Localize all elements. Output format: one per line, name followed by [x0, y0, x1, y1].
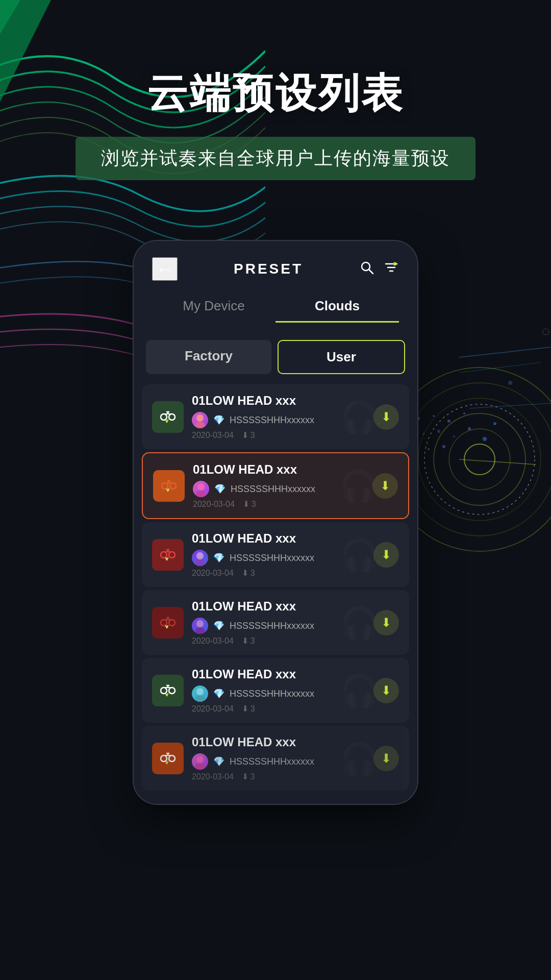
svg-point-14 — [437, 430, 440, 433]
tab-clouds[interactable]: Clouds — [276, 291, 399, 323]
gem-icon: 💎 — [213, 688, 224, 699]
gem-icon: 💎 — [213, 620, 224, 631]
item-username: HSSSSSHHHxxxxxx — [230, 415, 314, 426]
svg-point-86 — [195, 763, 205, 770]
download-arrow-icon: ⬇ — [380, 479, 390, 493]
item-username: HSSSSSHHHxxxxxx — [230, 689, 314, 699]
svg-point-61 — [169, 620, 175, 626]
svg-point-67 — [196, 620, 204, 627]
svg-point-58 — [196, 552, 204, 559]
page-title: 云端预设列表 — [0, 66, 551, 121]
tab-my-device[interactable]: My Device — [152, 291, 276, 323]
preset-item[interactable]: 01LOW HEAD xxx 💎 HSSSSSHHHxxxxxx 2020-03… — [142, 452, 409, 519]
svg-point-10 — [433, 415, 435, 417]
svg-line-28 — [369, 270, 373, 274]
item-icon-box — [152, 743, 184, 774]
nav-title: PRESET — [234, 261, 303, 277]
svg-point-41 — [195, 422, 205, 428]
download-count-icon: ⬇ — [243, 499, 249, 509]
svg-point-50 — [196, 491, 206, 497]
download-arrow-icon: ⬇ — [381, 751, 391, 766]
svg-point-42 — [162, 483, 168, 489]
preset-item[interactable]: 01LOW HEAD xxx 💎 HSSSSSHHHxxxxxx 2020-03… — [142, 384, 409, 449]
ghost-headphones-icon: 🎧 — [340, 399, 379, 435]
phone-mockup: ← PRESET My Device Clouds — [133, 240, 418, 805]
svg-marker-1 — [0, 0, 20, 77]
filter-icon[interactable] — [384, 260, 399, 279]
download-date: 2020-03-04 — [193, 500, 235, 509]
download-date: 2020-03-04 — [192, 569, 234, 578]
header-section: 云端预设列表 浏览并试奏来自全球用户上传的海量预设 — [0, 66, 551, 180]
download-count: 3 — [251, 704, 255, 714]
download-arrow-icon: ⬇ — [381, 548, 391, 562]
preset-item[interactable]: 01LOW HEAD xxx 💎 HSSSSSHHHxxxxxx 2020-03… — [142, 590, 409, 655]
preset-item[interactable]: 01LOW HEAD xxx 💎 HSSSSSHHHxxxxxx 2020-03… — [142, 726, 409, 791]
item-icon-box — [153, 470, 185, 502]
item-username: HSSSSSHHHxxxxxx — [231, 484, 315, 495]
svg-line-24 — [459, 459, 536, 464]
download-arrow-icon: ⬇ — [381, 683, 391, 698]
download-count-icon: ⬇ — [242, 772, 248, 781]
item-icon-box — [152, 607, 184, 639]
svg-point-16 — [468, 427, 471, 430]
svg-line-57 — [167, 558, 168, 560]
nav-actions — [359, 260, 399, 279]
sub-tab-user[interactable]: User — [278, 340, 405, 374]
svg-point-68 — [195, 627, 205, 634]
svg-line-66 — [167, 626, 168, 628]
svg-point-13 — [422, 433, 424, 435]
svg-point-4 — [418, 398, 541, 521]
svg-point-32 — [393, 262, 396, 265]
download-count-icon: ⬇ — [242, 568, 248, 578]
svg-point-79 — [169, 755, 175, 762]
sub-tab-row: Factory User — [134, 333, 417, 384]
item-avatar — [192, 412, 208, 428]
download-count: 3 — [252, 500, 256, 509]
download-date: 2020-03-04 — [192, 431, 234, 440]
ghost-headphones-icon: 🎧 — [339, 468, 378, 504]
svg-point-40 — [196, 414, 204, 422]
svg-point-85 — [196, 756, 204, 763]
sub-tab-factory[interactable]: Factory — [146, 340, 271, 374]
svg-point-12 — [463, 412, 465, 414]
download-count: 3 — [251, 431, 255, 440]
item-icon-box — [152, 401, 184, 433]
back-button[interactable]: ← — [152, 257, 178, 281]
download-count-icon: ⬇ — [242, 636, 248, 646]
svg-point-77 — [195, 695, 205, 702]
nav-bar: ← PRESET — [134, 241, 417, 291]
svg-line-84 — [167, 762, 168, 764]
svg-point-6 — [449, 429, 510, 490]
gem-icon: 💎 — [213, 414, 224, 426]
svg-point-20 — [442, 445, 445, 448]
ghost-headphones-icon: 🎧 — [340, 740, 379, 776]
svg-point-76 — [196, 688, 204, 695]
subtitle-text: 浏览并试奏来自全球用户上传的海量预设 — [101, 146, 450, 171]
item-icon-box — [152, 675, 184, 706]
svg-line-75 — [167, 694, 168, 696]
svg-line-23 — [469, 403, 551, 408]
preset-list: 01LOW HEAD xxx 💎 HSSSSSHHHxxxxxx 2020-03… — [134, 384, 417, 804]
search-icon[interactable] — [359, 260, 374, 279]
item-username: HSSSSSHHHxxxxxx — [230, 621, 314, 631]
svg-point-51 — [161, 552, 167, 558]
svg-point-26 — [508, 381, 512, 385]
preset-item[interactable]: 01LOW HEAD xxx 💎 HSSSSSHHHxxxxxx 2020-03… — [142, 522, 409, 587]
download-date: 2020-03-04 — [192, 636, 234, 646]
gem-icon: 💎 — [214, 483, 226, 495]
download-count: 3 — [251, 569, 255, 578]
svg-line-21 — [459, 347, 551, 357]
svg-point-11 — [447, 420, 450, 423]
svg-point-59 — [195, 559, 205, 566]
preset-item[interactable]: 01LOW HEAD xxx 💎 HSSSSSHHHxxxxxx 2020-03… — [142, 658, 409, 723]
svg-line-22 — [459, 362, 541, 373]
item-avatar — [192, 685, 208, 702]
ghost-headphones-icon: 🎧 — [340, 536, 379, 573]
main-tab-row: My Device Clouds — [134, 291, 417, 333]
download-arrow-icon: ⬇ — [381, 410, 391, 424]
svg-point-25 — [543, 329, 549, 335]
item-avatar — [193, 481, 209, 497]
item-username: HSSSSSHHHxxxxxx — [230, 756, 314, 767]
gem-icon: 💎 — [213, 552, 224, 564]
svg-point-52 — [169, 552, 175, 558]
